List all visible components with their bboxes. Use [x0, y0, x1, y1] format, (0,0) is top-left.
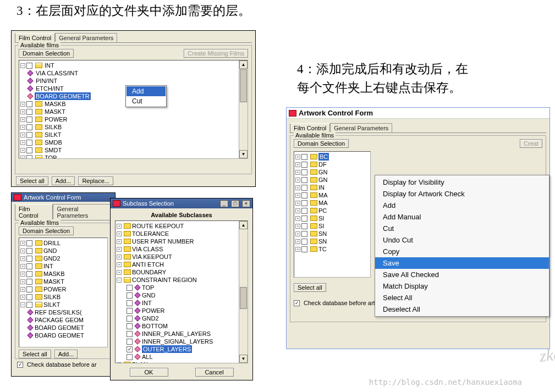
- tree-item[interactable]: +TOLERANCE: [117, 230, 246, 238]
- tree-item[interactable]: +IN: [295, 184, 369, 191]
- context-menu-match-display[interactable]: Match Display: [375, 280, 549, 292]
- tree-item[interactable]: +GN: [295, 168, 369, 176]
- context-menu-copy[interactable]: Copy: [375, 246, 549, 257]
- tree-item[interactable]: +USER PART NUMBER: [117, 238, 246, 245]
- tree-item[interactable]: PIN/INT: [20, 77, 246, 85]
- maximize-button-icon[interactable]: □: [231, 200, 239, 207]
- tree-item[interactable]: +GN: [295, 176, 369, 184]
- select-all-button[interactable]: Select all: [294, 283, 326, 292]
- domain-selection-button[interactable]: Domain Selection: [294, 139, 349, 148]
- tree-item[interactable]: −CONSTRAINT REGION: [117, 276, 246, 284]
- scroll-up-arrow-icon[interactable]: ▲: [239, 221, 248, 229]
- scroll-thumb[interactable]: [240, 69, 247, 102]
- context-menu-display-artwork-check[interactable]: Display for Artwork Check: [375, 188, 549, 200]
- context-menu-save-all-checked[interactable]: Save All Checked: [375, 269, 549, 280]
- tree-item[interactable]: +MA: [295, 191, 369, 199]
- tree-item[interactable]: +MA: [295, 199, 369, 207]
- tree-item[interactable]: +SILKB: [20, 123, 246, 131]
- context-menu-add[interactable]: Add: [127, 86, 166, 96]
- tree-item[interactable]: +BC: [295, 153, 369, 161]
- tree-item[interactable]: +ROUTE KEEPOUT: [117, 222, 246, 230]
- tab-general-parameters[interactable]: General Parameters: [53, 204, 112, 220]
- minimize-button-icon[interactable]: _: [220, 200, 228, 207]
- tree-item[interactable]: +SMDB: [20, 139, 246, 146]
- tree-item[interactable]: +INT: [20, 262, 106, 270]
- context-menu-deselect-all[interactable]: Deselect All: [375, 303, 549, 315]
- tree-item[interactable]: ALL: [117, 353, 246, 361]
- replace-button[interactable]: Replace...: [78, 176, 113, 185]
- tree-item[interactable]: −INT: [20, 62, 246, 69]
- close-button-icon[interactable]: ×: [242, 200, 250, 207]
- tree-item[interactable]: GND: [117, 291, 246, 299]
- tree-item[interactable]: +SI: [295, 222, 369, 230]
- tree-item[interactable]: +SILKB: [20, 293, 106, 301]
- context-menu-save[interactable]: Save: [375, 257, 549, 269]
- add-button[interactable]: Add...: [52, 176, 75, 185]
- tree-item[interactable]: +SMDT: [20, 146, 246, 154]
- tree-item[interactable]: +SILKT: [20, 131, 246, 139]
- tree-item[interactable]: GND2: [117, 314, 246, 322]
- scroll-down-arrow-icon[interactable]: ▼: [239, 150, 248, 158]
- subclass-tree[interactable]: +ROUTE KEEPOUT +TOLERANCE +USER PART NUM…: [115, 220, 248, 363]
- create-missing-films-button[interactable]: Create Missing Films: [184, 49, 248, 58]
- context-menu-undo-cut[interactable]: Undo Cut: [375, 234, 549, 246]
- tab-film-control[interactable]: Film Control: [15, 204, 53, 220]
- tree-item[interactable]: REF DES/SILKS(: [20, 308, 106, 316]
- tree-item[interactable]: BOARD GEOMET: [20, 332, 106, 339]
- add-button[interactable]: Add...: [54, 350, 78, 358]
- context-menu-add[interactable]: Add: [375, 200, 549, 211]
- tree-item[interactable]: INNER_SIGNAL_LAYERS: [117, 338, 246, 345]
- scroll-down-arrow-icon[interactable]: ▼: [239, 355, 248, 363]
- select-all-button[interactable]: Select all: [16, 176, 48, 185]
- tree-item[interactable]: PACKAGE GEOM: [20, 316, 106, 324]
- context-menu-display-visibility[interactable]: Display for Visibility: [375, 176, 549, 188]
- domain-selection-button[interactable]: Domain Selection: [19, 227, 74, 235]
- scrollbar-vertical[interactable]: ▲ ▼: [239, 60, 248, 158]
- tree-item[interactable]: +DRILL: [20, 239, 106, 247]
- tree-item[interactable]: −TOP: [20, 154, 246, 159]
- context-menu-cut[interactable]: Cut: [375, 223, 549, 234]
- cancel-button[interactable]: Cancel: [195, 368, 234, 377]
- tab-film-control[interactable]: Film Control: [290, 123, 330, 132]
- tree-item[interactable]: BOARD GEOMET: [20, 324, 106, 332]
- tree-item[interactable]: +PC: [295, 207, 369, 214]
- tree-item[interactable]: +POWER: [20, 285, 106, 293]
- tab-general-parameters[interactable]: General Parameters: [55, 33, 117, 42]
- tree-item[interactable]: ✓OUTER_LAYERS: [117, 345, 246, 353]
- tree-item[interactable]: −SILKT: [20, 301, 106, 308]
- tree-item[interactable]: INT: [117, 299, 246, 307]
- tree-item[interactable]: TOP: [117, 284, 246, 291]
- scroll-up-arrow-icon[interactable]: ▲: [239, 60, 248, 69]
- create-missing-films-button[interactable]: Creat: [520, 139, 542, 148]
- tree-item[interactable]: POWER: [117, 307, 246, 314]
- context-menu-cut[interactable]: Cut: [127, 96, 166, 106]
- tree-item[interactable]: +MASKB: [20, 270, 106, 278]
- context-menu-select-all[interactable]: Select All: [375, 292, 549, 303]
- window-titlebar[interactable]: Subclass Selection _ □ ×: [111, 198, 252, 208]
- scrollbar-vertical[interactable]: ▲ ▼: [239, 221, 248, 363]
- tree-item[interactable]: +MASKT: [20, 278, 106, 285]
- ok-button[interactable]: OK: [130, 368, 168, 377]
- tree-item[interactable]: INNER_PLANE_LAYERS: [117, 330, 246, 338]
- select-all-button[interactable]: Select all: [19, 350, 51, 358]
- checkbox-icon[interactable]: ✓: [294, 300, 300, 306]
- tree-item[interactable]: +BOUNDARY: [117, 268, 246, 276]
- tree-item[interactable]: +GND: [20, 247, 106, 255]
- tree-item[interactable]: +TC: [295, 245, 369, 253]
- tab-film-control[interactable]: Film Control: [15, 33, 55, 42]
- checkbox-icon[interactable]: ✓: [17, 362, 23, 368]
- domain-selection-button[interactable]: Domain Selection: [19, 49, 74, 58]
- context-menu-add-manual[interactable]: Add Manual: [375, 211, 549, 223]
- scroll-thumb[interactable]: [240, 287, 247, 309]
- tab-general-parameters[interactable]: General Parameters: [330, 123, 392, 132]
- tree-item[interactable]: +POWER: [20, 115, 246, 123]
- film-tree[interactable]: −INT VIA CLASS/INT PIN/INT ETCH/INT BOAR…: [19, 60, 248, 159]
- tree-item[interactable]: +ANTI ETCH: [117, 261, 246, 268]
- tree-item[interactable]: +MASKT: [20, 108, 246, 115]
- tree-item[interactable]: +SN: [295, 230, 369, 238]
- film-tree[interactable]: +DRILL +GND +GND2 +INT +MASKB +MASKT +PO…: [19, 238, 108, 347]
- film-tree[interactable]: +BC +DF +GN +GN +IN +MA +MA +PC +SI +SI …: [294, 151, 371, 278]
- tree-item[interactable]: +PLAN: [117, 361, 246, 363]
- tree-item[interactable]: +VIA KEEPOUT: [117, 253, 246, 261]
- tree-item[interactable]: +SI: [295, 214, 369, 222]
